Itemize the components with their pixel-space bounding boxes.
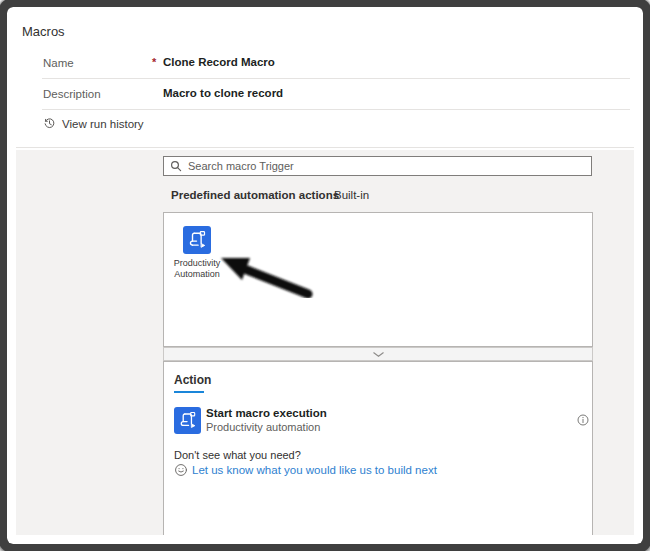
divider: [42, 78, 630, 79]
view-run-history-label: View run history: [62, 118, 144, 130]
description-field-label: Description: [43, 88, 101, 100]
history-clock-icon: [43, 117, 56, 130]
macros-screenshot: Macros Name * Clone Record Macro Descrip…: [0, 0, 650, 551]
tile-label-line2: Automation: [168, 269, 226, 280]
divider: [42, 109, 630, 110]
name-field-label: Name: [43, 57, 74, 69]
divider: [16, 147, 634, 148]
action-panel: Action Start macro execution Productivit…: [163, 361, 593, 535]
description-field-value[interactable]: Macro to clone record: [163, 87, 283, 99]
productivity-automation-tile[interactable]: [183, 226, 211, 254]
search-input[interactable]: Search macro Trigger: [163, 156, 592, 176]
search-icon: [170, 160, 182, 172]
action-title-underline: [174, 391, 204, 393]
chevron-down-icon: [373, 352, 384, 357]
view-run-history-button[interactable]: View run history: [43, 117, 144, 130]
collapse-trigger-section-button[interactable]: [163, 347, 593, 361]
action-item-title[interactable]: Start macro execution: [206, 407, 327, 419]
trigger-gallery-panel: Productivity Automation: [163, 212, 593, 347]
productivity-automation-tile-label: Productivity Automation: [168, 258, 226, 280]
smiley-icon: [174, 463, 188, 477]
required-asterisk: *: [152, 56, 156, 68]
action-section-title: Action: [174, 373, 211, 387]
help-text: Don't see what you need?: [174, 449, 301, 461]
macro-scroll-icon: [186, 229, 208, 251]
tile-label-line1: Productivity: [168, 258, 226, 269]
search-placeholder: Search macro Trigger: [188, 160, 294, 172]
feedback-link[interactable]: Let us know what you would like us to bu…: [192, 464, 437, 476]
macro-scroll-icon: [177, 410, 198, 431]
name-field-value[interactable]: Clone Record Macro: [163, 56, 275, 68]
page-title: Macros: [22, 24, 65, 39]
info-icon[interactable]: [577, 414, 589, 426]
tab-built-in[interactable]: Built-in: [334, 189, 369, 213]
start-macro-execution-icon-tile: [174, 407, 201, 434]
macros-page: Macros Name * Clone Record Macro Descrip…: [16, 16, 634, 535]
action-item-subtitle: Productivity automation: [206, 421, 320, 433]
